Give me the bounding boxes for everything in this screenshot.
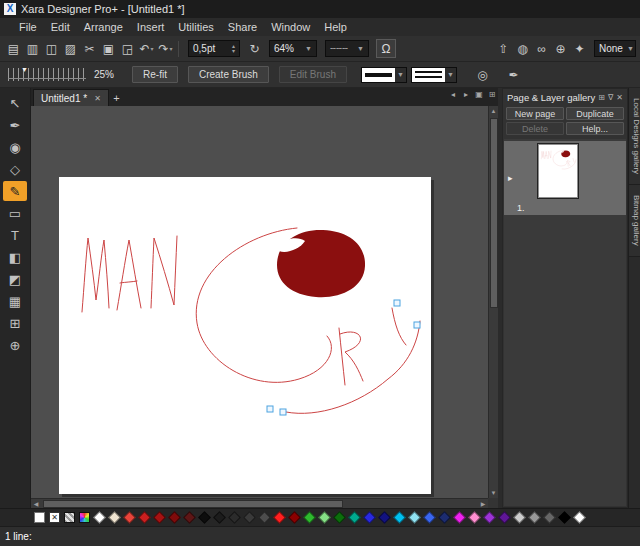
view-quality-icon[interactable]: ◎ <box>473 66 492 84</box>
color-swatch-15[interactable] <box>258 511 271 524</box>
menu-file[interactable]: File <box>12 20 44 34</box>
close-gallery-icon[interactable]: ✕ <box>616 93 623 102</box>
color-swatch-31[interactable] <box>498 511 511 524</box>
canvas-area[interactable] <box>31 106 488 498</box>
stroke-shape-combo[interactable]: ▼ <box>361 67 407 83</box>
tab-local-designs-gallery[interactable]: Local Designs gallery <box>629 88 640 185</box>
fill-tool[interactable]: ◧ <box>3 247 27 267</box>
pen-tool[interactable]: ✒ <box>3 115 27 135</box>
tab-bitmap-gallery[interactable]: Bitmap gallery <box>629 185 640 257</box>
menu-help[interactable]: Help <box>317 20 354 34</box>
scroll-down-icon[interactable]: ▼ <box>489 488 499 498</box>
copy-icon[interactable]: ▣ <box>99 40 118 58</box>
fill-selector-combo[interactable]: None ▼ <box>594 40 636 57</box>
color-swatch-23[interactable] <box>378 511 391 524</box>
selector-tool[interactable]: ↖ <box>3 93 27 113</box>
color-swatch-18[interactable] <box>303 511 316 524</box>
pen-settings-icon[interactable]: ✒ <box>504 66 523 84</box>
fill-gallery-swatch[interactable] <box>63 511 76 524</box>
color-swatch-27[interactable] <box>438 511 451 524</box>
hyperlink-icon[interactable]: ∞ <box>532 40 551 58</box>
menu-arrange[interactable]: Arrange <box>77 20 130 34</box>
paste-icon[interactable]: ◲ <box>118 40 137 58</box>
zoom-combo[interactable]: 64% ▼ <box>269 40 317 57</box>
new-document-icon[interactable]: ▤ <box>4 40 23 58</box>
pin-gallery-icon[interactable]: ∇ <box>608 93 613 102</box>
menu-insert[interactable]: Insert <box>130 20 172 34</box>
refit-button[interactable]: Re-fit <box>132 66 178 83</box>
color-swatch-34[interactable] <box>543 511 556 524</box>
create-brush-button[interactable]: Create Brush <box>188 66 269 83</box>
new-tab-button[interactable]: + <box>109 91 124 106</box>
transparency-tool[interactable]: ◩ <box>3 269 27 289</box>
white[interactable] <box>33 511 46 524</box>
horizontal-scroll-thumb[interactable] <box>43 500 343 508</box>
stroke-width-spinner[interactable]: ▴▾ <box>232 44 235 54</box>
color-swatch-21[interactable] <box>348 511 361 524</box>
save-icon[interactable]: ◫ <box>42 40 61 58</box>
scroll-left-icon[interactable]: ◀ <box>31 499 41 509</box>
color-swatch-11[interactable] <box>198 511 211 524</box>
color-swatch-22[interactable] <box>363 511 376 524</box>
color-swatch-32[interactable] <box>513 511 526 524</box>
anchor-link-icon[interactable]: ⊕ <box>551 40 570 58</box>
detach-view-icon[interactable]: ▣ <box>474 90 484 99</box>
redo-icon[interactable]: ↷▾ <box>156 40 175 58</box>
horizontal-scrollbar[interactable]: ◀ ▶ <box>31 498 488 508</box>
close-tab-icon[interactable]: ✕ <box>94 94 101 103</box>
snap-to-objects-toggle[interactable]: Ω <box>376 39 396 58</box>
dash-pattern-combo[interactable]: ▼ <box>411 67 457 83</box>
page-thumbnail[interactable] <box>538 144 578 198</box>
web-preview-icon[interactable]: ◍ <box>513 40 532 58</box>
cut-icon[interactable]: ✂ <box>80 40 99 58</box>
scroll-tabs-right-icon[interactable]: ▸ <box>461 90 471 99</box>
magic-wand-icon[interactable]: ✦ <box>570 40 589 58</box>
color-swatch-36[interactable] <box>573 511 586 524</box>
color-swatch-33[interactable] <box>528 511 541 524</box>
color-swatch-35[interactable] <box>558 511 571 524</box>
vertical-scrollbar[interactable]: ▲ ▼ <box>488 106 498 498</box>
duplicate-button[interactable]: Duplicate <box>566 107 624 120</box>
color-swatch-7[interactable] <box>138 511 151 524</box>
shadow-tool[interactable]: ▦ <box>3 291 27 311</box>
shape-tool[interactable]: ◇ <box>3 159 27 179</box>
color-swatch-17[interactable] <box>288 511 301 524</box>
color-swatch-4[interactable] <box>93 511 106 524</box>
blend-tool[interactable]: ⊞ <box>3 313 27 333</box>
dock-gallery-icon[interactable]: ⊞ <box>598 93 605 102</box>
smoothing-slider[interactable]: ▼ <box>8 68 86 81</box>
color-swatch-30[interactable] <box>483 511 496 524</box>
freehand-pencil-tool[interactable]: ✎ <box>3 181 27 201</box>
document-tab[interactable]: Untitled1 * ✕ <box>33 89 109 106</box>
text-tool[interactable]: T <box>3 225 27 245</box>
color-swatch-14[interactable] <box>243 511 256 524</box>
undo-icon[interactable]: ↶▾ <box>137 40 156 58</box>
scroll-tabs-left-icon[interactable]: ◂ <box>448 90 458 99</box>
menu-share[interactable]: Share <box>221 20 264 34</box>
color-swatch-25[interactable] <box>408 511 421 524</box>
color-swatch-16[interactable] <box>273 511 286 524</box>
color-swatch-26[interactable] <box>423 511 436 524</box>
page-canvas[interactable] <box>59 177 431 494</box>
print-icon[interactable]: ▨ <box>61 40 80 58</box>
color-swatch-13[interactable] <box>228 511 241 524</box>
slider-handle-icon[interactable]: ▼ <box>21 66 28 73</box>
color-swatch-19[interactable] <box>318 511 331 524</box>
photo-tool[interactable]: ◉ <box>3 137 27 157</box>
split-view-icon[interactable]: ⊞ <box>487 90 497 99</box>
vertical-scroll-thumb[interactable] <box>490 118 498 308</box>
color-swatch-6[interactable] <box>123 511 136 524</box>
color-swatch-20[interactable] <box>333 511 346 524</box>
menu-window[interactable]: Window <box>264 20 317 34</box>
page-list-item[interactable]: ▸ 1. <box>504 141 626 215</box>
color-swatch-12[interactable] <box>213 511 226 524</box>
rectangle-tool[interactable]: ▭ <box>3 203 27 223</box>
open-icon[interactable]: ▥ <box>23 40 42 58</box>
color-swatch-10[interactable] <box>183 511 196 524</box>
help-button[interactable]: Help... <box>566 122 624 135</box>
expand-page-icon[interactable]: ▸ <box>508 173 513 183</box>
scroll-up-icon[interactable]: ▲ <box>489 106 499 116</box>
color-editor-swatch[interactable] <box>78 511 91 524</box>
color-swatch-24[interactable] <box>393 511 406 524</box>
color-swatch-28[interactable] <box>453 511 466 524</box>
